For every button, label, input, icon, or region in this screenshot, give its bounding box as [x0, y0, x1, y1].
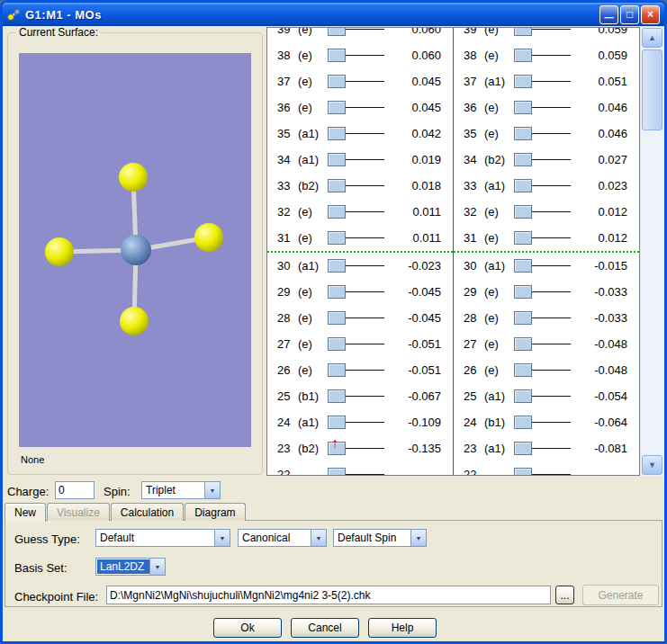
- mo-orbital-box[interactable]: [514, 127, 532, 140]
- mo-number: 30: [464, 259, 481, 273]
- mo-orbital-box[interactable]: [514, 101, 532, 114]
- tab-calculation[interactable]: Calculation: [111, 503, 184, 521]
- ok-button[interactable]: Ok: [213, 618, 282, 638]
- scroll-down-button[interactable]: ▼: [642, 455, 662, 475]
- spin-select[interactable]: Triplet ▼: [141, 481, 221, 499]
- mo-orbital-box[interactable]: [514, 153, 532, 166]
- mo-row: 38(e)0.059: [454, 42, 639, 68]
- spin-type-dropdown-icon[interactable]: ▼: [410, 530, 426, 546]
- mo-orbital-box[interactable]: [328, 259, 346, 273]
- mo-number: 35: [277, 127, 294, 140]
- mo-energy-value: -0.048: [581, 363, 627, 377]
- close-button[interactable]: ×: [641, 5, 660, 24]
- mo-orbital-box[interactable]: [514, 363, 532, 377]
- mo-orbital-box[interactable]: [328, 363, 346, 377]
- mo-orbital-box[interactable]: [328, 49, 346, 62]
- mo-orbital-box[interactable]: [328, 101, 346, 114]
- mo-energy-value: 0.027: [581, 153, 627, 166]
- mo-orbital-box[interactable]: [328, 179, 346, 192]
- mo-level-line: [346, 448, 384, 449]
- mo-orbital-box[interactable]: [328, 468, 346, 475]
- help-button[interactable]: Help: [368, 618, 437, 638]
- mo-energy-value: 0.012: [581, 205, 627, 219]
- mo-level-line: [346, 159, 384, 160]
- mo-number: 31: [464, 231, 481, 245]
- mo-orbital-box[interactable]: [328, 153, 346, 166]
- mo-orbital-box[interactable]: [328, 205, 346, 219]
- spin-type-select[interactable]: Default Spin ▼: [333, 529, 427, 547]
- mo-level-line: [346, 422, 384, 423]
- guess-type-select[interactable]: Default ▼: [95, 529, 230, 547]
- mo-level-line: [532, 159, 571, 160]
- mo-row: 39(e)0.060: [267, 28, 453, 42]
- orbital-type-select[interactable]: Canonical ▼: [238, 529, 327, 547]
- mo-row: 38(e)0.060: [267, 42, 453, 68]
- mo-orbital-box[interactable]: [328, 285, 346, 299]
- checkpoint-file-input[interactable]: [106, 586, 551, 604]
- mo-orbital-box[interactable]: [514, 75, 532, 88]
- mo-row: 24(a1)-0.109: [267, 409, 453, 435]
- mo-orbital-box[interactable]: [514, 416, 532, 429]
- mo-scrollbar[interactable]: ▲ ▼: [641, 27, 663, 476]
- mo-orbital-box[interactable]: [328, 231, 346, 245]
- molecule-viewport[interactable]: [19, 53, 251, 447]
- mo-row: 26(e)-0.051: [267, 357, 453, 383]
- mo-orbital-box[interactable]: [514, 205, 532, 219]
- mo-level-line: [532, 237, 571, 238]
- mo-level-line: [346, 291, 384, 292]
- mo-number: 39: [464, 28, 481, 36]
- mo-orbital-box[interactable]: [514, 285, 532, 299]
- mo-orbital-box[interactable]: [514, 231, 532, 245]
- mo-level-line: [532, 291, 571, 292]
- guess-type-dropdown-icon[interactable]: ▼: [214, 530, 230, 546]
- tab-new[interactable]: New: [5, 503, 46, 522]
- scroll-thumb[interactable]: [642, 49, 662, 130]
- spin-dropdown-icon[interactable]: ▼: [204, 482, 220, 498]
- mo-orbital-box[interactable]: ↑: [328, 442, 346, 455]
- mo-orbital-box[interactable]: [328, 75, 346, 88]
- mo-number: 29: [464, 285, 481, 299]
- surface-status: None: [21, 454, 44, 465]
- mo-symmetry-label: (e): [484, 101, 514, 114]
- mo-orbital-box[interactable]: [514, 28, 532, 36]
- basis-set-select[interactable]: LanL2DZ ▼: [95, 558, 166, 576]
- mo-number: 38: [464, 49, 481, 62]
- title-bar[interactable]: G1:M1 - MOs — □ ×: [3, 3, 664, 26]
- mo-orbital-box[interactable]: [328, 337, 346, 351]
- mo-symmetry-label: (e): [298, 311, 328, 325]
- tab-diagram[interactable]: Diagram: [185, 503, 245, 521]
- mo-energy-value: 0.018: [394, 179, 441, 192]
- mo-row: 36(e)0.046: [454, 94, 639, 121]
- mo-orbital-box[interactable]: [514, 389, 532, 403]
- mo-symmetry-label: (a1): [298, 127, 328, 140]
- mo-orbital-box[interactable]: [328, 127, 346, 140]
- mo-row: 36(e)0.045: [267, 94, 453, 121]
- mo-orbital-box[interactable]: [328, 389, 346, 403]
- cancel-button[interactable]: Cancel: [291, 618, 359, 638]
- orbital-type-dropdown-icon[interactable]: ▼: [311, 530, 326, 546]
- mo-orbital-box[interactable]: [514, 311, 532, 325]
- mo-row: 31(e)0.012: [454, 225, 639, 251]
- mo-orbital-box[interactable]: [514, 468, 532, 475]
- mo-orbital-box[interactable]: [514, 442, 532, 455]
- mo-orbital-box[interactable]: [328, 311, 346, 325]
- mo-orbital-box[interactable]: [328, 28, 346, 36]
- mo-orbital-box[interactable]: [514, 259, 532, 273]
- scroll-up-button[interactable]: ▲: [642, 28, 662, 48]
- mo-symmetry-label: (a1): [484, 442, 514, 455]
- charge-input[interactable]: [55, 481, 95, 499]
- minimize-button[interactable]: —: [599, 5, 618, 24]
- mo-level-line: [532, 474, 571, 475]
- mo-energy-value: -0.135: [394, 442, 441, 455]
- basis-set-dropdown-icon[interactable]: ▼: [149, 559, 165, 575]
- mo-orbital-box[interactable]: [514, 49, 532, 62]
- mo-symmetry-label: (b2): [298, 179, 328, 192]
- browse-button[interactable]: ...: [555, 586, 574, 604]
- mo-number: 24: [464, 416, 481, 429]
- mo-orbital-box[interactable]: [328, 416, 346, 429]
- mo-orbital-box[interactable]: [514, 179, 532, 192]
- mo-energy-value: -0.051: [394, 337, 441, 351]
- mo-orbital-box[interactable]: [514, 337, 532, 351]
- mo-symmetry-label: (e): [298, 75, 328, 88]
- maximize-button[interactable]: □: [620, 5, 639, 24]
